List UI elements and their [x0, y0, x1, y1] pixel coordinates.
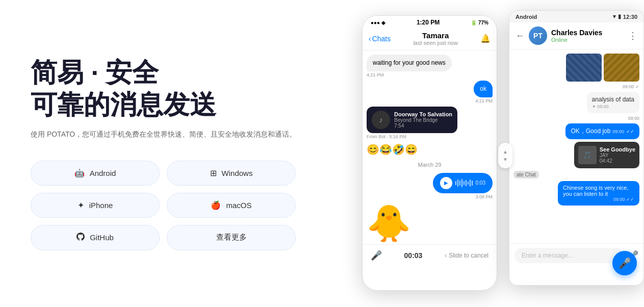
android-messages: 09:00 ✓ analysis of data ✦ 09:00 09:00 O… [509, 49, 643, 243]
chat-name: Tamara [391, 31, 480, 40]
apple-icon: 🍎 [211, 200, 221, 210]
analysis-card: analysis of data ✦ 09:00 [587, 92, 639, 113]
photo-thumbnails [566, 54, 639, 82]
time-label: 09:00 [628, 116, 639, 121]
macos-button[interactable]: 🍎 macOS [167, 193, 296, 218]
more-options-icon[interactable]: ⋮ [628, 30, 637, 41]
iphone-status-bar: ●●● ◈ 1:20 PM 🔋 77% [363, 16, 497, 29]
scroll-down-icon[interactable]: ▼ [503, 157, 508, 162]
see-goodbye-card: 🎵 See Goodbye JAY 04:42 [574, 142, 639, 168]
scroll-indicator[interactable]: ▲ ▼ [498, 143, 512, 168]
headline-line1: 简易 · 安全 [31, 57, 316, 88]
music-info: Doorway To Salvation Beyond The Bridge 7… [394, 111, 452, 129]
audio-bubble: ▶ 0:03 [433, 173, 493, 193]
message-row: waiting for your good news 4:21 PM [367, 55, 493, 78]
private-chat-label: ate Chat [513, 171, 539, 178]
audio-waveform [455, 179, 473, 187]
message-row: ok 4:21 PM [367, 81, 493, 104]
message-row: ♪ Doorway To Salvation Beyond The Bridge… [367, 107, 493, 139]
more-label: 查看更多 [216, 233, 247, 242]
windows-icon: ⊞ [210, 168, 217, 178]
platform-buttons: 🤖 Android ⊞ Windows ✦ iPhone 🍎 macOS Git… [31, 161, 296, 250]
chinese-song-bubble: Chinese song is very nice, you can liste… [558, 181, 639, 206]
see-goodbye-thumb: 🎵 [578, 146, 597, 164]
date-divider: March 29 [367, 162, 493, 168]
microphone-icon: 🎤 [371, 250, 382, 261]
music-thumb: ♪ [372, 111, 390, 129]
music-title: Doorway To Salvation [394, 111, 452, 117]
android-time: 12:30 [623, 14, 637, 20]
signal-icon: ▮ [618, 13, 621, 20]
chat-title: Tamara last seen just now [391, 31, 480, 46]
more-button[interactable]: 查看更多 [167, 225, 296, 250]
iphone-label: iPhone [89, 201, 113, 210]
fab-mic-button[interactable]: 🎤 [612, 251, 637, 275]
music-card: ♪ Doorway To Salvation Beyond The Bridge… [367, 107, 457, 133]
back-icon[interactable]: ← [516, 31, 525, 41]
iphone-button[interactable]: ✦ iPhone [31, 193, 160, 218]
android-button[interactable]: 🤖 Android [31, 161, 160, 186]
android-carrier: Android [516, 14, 537, 20]
music-artist: Beyond The Bridge [394, 117, 452, 123]
chat-messages: waiting for your good news 4:21 PM ok 4:… [363, 50, 497, 244]
photo-thumb [566, 54, 602, 82]
windows-label: Windows [222, 169, 253, 177]
android-label: Android [90, 169, 116, 177]
iphone-icon: ✦ [78, 200, 84, 210]
mute-icon[interactable]: 🔔 [480, 34, 491, 43]
android-header: ← PT Charles Davies Online ⋮ [509, 22, 643, 49]
android-icon: 🤖 [74, 168, 85, 178]
github-button[interactable]: GitHub [31, 225, 160, 250]
iphone-time: 1:20 PM [417, 19, 440, 26]
subtext: 使用 POTATO，您可通过手机免费在全世界快速、简便、且安全地收发消息和通话。 [31, 129, 316, 140]
message-time: 3:08 PM [475, 194, 493, 199]
headline-line2: 可靠的消息发送 [31, 89, 316, 120]
iphone-signal: ●●● ◈ [371, 20, 385, 25]
android-status-bar: Android ▾ ▮ 12:30 [509, 11, 643, 22]
music-duration: 7:54 [394, 123, 452, 129]
message-time: 4:21 PM [367, 72, 384, 78]
android-chat-name: Charles Davies [551, 29, 624, 37]
recording-time: 00:03 [404, 251, 423, 260]
android-chat-status: Online [551, 37, 624, 43]
chevron-left-icon: ‹ [369, 35, 371, 43]
wifi-icon: ▾ [613, 13, 616, 20]
android-avatar: PT [529, 27, 547, 45]
macos-label: macOS [226, 201, 251, 210]
emoji-message: 😊😂🤣😄 [367, 143, 418, 156]
back-label: Chats [372, 35, 391, 43]
mic-icon: 🎤 [619, 257, 631, 269]
message-row: ▶ 0:03 3:08 PM [367, 173, 493, 199]
message-bubble-sent: ok [474, 81, 493, 97]
iphone-battery: 🔋 77% [471, 20, 488, 25]
message-input[interactable]: Enter a message... [514, 248, 623, 263]
android-chat-info: Charles Davies Online [551, 29, 624, 43]
right-section: ●●● ◈ 1:20 PM 🔋 77% ‹ Chats Tamara last … [347, 0, 644, 307]
windows-button[interactable]: ⊞ Windows [167, 161, 296, 186]
message-time: 4:21 PM [475, 98, 493, 104]
back-button[interactable]: ‹ Chats [369, 35, 391, 43]
photo-thumb [604, 54, 639, 82]
android-status-icons: ▾ ▮ 12:30 [613, 13, 637, 20]
headline: 简易 · 安全 可靠的消息发送 [31, 57, 316, 120]
duck-emoji: 🐥 [367, 202, 411, 244]
chat-status: last seen just now [391, 40, 480, 46]
play-button[interactable]: ▶ [440, 177, 452, 189]
ok-good-job-bubble: OK，Good job 09:00 ✓✓ [565, 123, 639, 139]
left-section: 简易 · 安全 可靠的消息发送 使用 POTATO，您可通过手机免费在全世界快速… [0, 36, 347, 270]
slide-cancel: ‹ Slide to cancel [445, 252, 488, 259]
iphone-nav: ‹ Chats Tamara last seen just now 🔔 [363, 29, 497, 50]
github-label: GitHub [90, 233, 114, 242]
scroll-up-icon[interactable]: ▲ [503, 149, 508, 155]
message-bubble-received: waiting for your good news [367, 55, 452, 71]
iphone-mockup: ●●● ◈ 1:20 PM 🔋 77% ‹ Chats Tamara last … [362, 15, 497, 291]
github-icon [76, 233, 85, 243]
android-mockup: Android ▾ ▮ 12:30 ← PT Charles Davies On… [509, 10, 644, 286]
recording-bar: 🎤 00:03 ‹ Slide to cancel [363, 244, 497, 266]
